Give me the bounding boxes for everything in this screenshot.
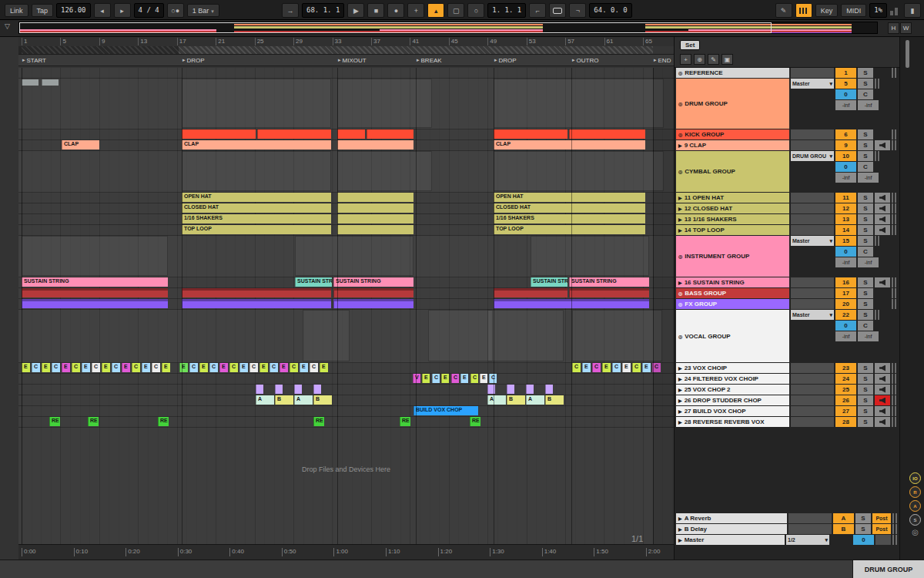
time-signature-display[interactable]: 4 / 4 xyxy=(134,3,164,18)
track-shakers[interactable]: ▶13 1/16 SHAKERS13S xyxy=(676,214,899,224)
clip-closed-hat[interactable] xyxy=(337,203,413,213)
clip-c[interactable]: C xyxy=(632,363,641,372)
clip-c[interactable]: C xyxy=(470,374,478,383)
track-name[interactable]: ▶Master xyxy=(676,535,785,545)
track-number-box[interactable]: 10 xyxy=(835,151,856,161)
track-number-box[interactable]: 16 xyxy=(835,277,856,287)
clip-clap[interactable]: CLAP xyxy=(62,140,99,150)
follow-icon[interactable]: → xyxy=(282,3,299,18)
clip-fx-group[interactable] xyxy=(182,299,331,308)
set-locator-button[interactable]: Set xyxy=(680,40,700,50)
bar-ruler[interactable]: 1591317212529333741454953576165 xyxy=(18,37,674,46)
clip-clap[interactable]: CLAP xyxy=(494,140,645,150)
clip-c[interactable]: C xyxy=(310,363,318,372)
track-number-box[interactable]: 23 xyxy=(835,363,856,373)
lane-drop-studder-chop[interactable]: ABABABAB xyxy=(18,395,674,406)
clip-drum-group[interactable] xyxy=(22,79,38,86)
pan-box[interactable]: C xyxy=(858,247,873,257)
cue-volume-box[interactable]: 0 xyxy=(853,535,874,545)
clip-b[interactable]: B xyxy=(313,395,332,405)
solo-button[interactable]: S xyxy=(858,406,873,416)
clip-v[interactable]: V xyxy=(413,374,420,383)
lane-kick-group[interactable] xyxy=(18,129,674,140)
loop-scrub-strip[interactable] xyxy=(18,46,674,54)
track-name[interactable]: ▶A Reverb xyxy=(676,513,787,523)
clip-fx-group[interactable] xyxy=(22,299,168,308)
loop-length-display[interactable]: 64. 0. 0 xyxy=(589,3,631,18)
capture-midi-icon[interactable]: ▢ xyxy=(447,3,464,18)
clip-clap[interactable] xyxy=(337,140,413,150)
device-area[interactable] xyxy=(791,68,834,78)
track-activator-button[interactable] xyxy=(875,203,890,213)
track-activator-button[interactable] xyxy=(875,406,890,416)
clip-re[interactable]: RE xyxy=(49,417,60,426)
clip-1-16-shakers[interactable]: 1/16 SHAKERS xyxy=(494,214,645,223)
meter-peak-box[interactable]: -inf xyxy=(835,173,856,183)
nudge-up-icon[interactable]: ▸ xyxy=(114,3,131,18)
lane-fx-group[interactable] xyxy=(18,299,674,310)
clip-open-hat[interactable]: OPEN HAT xyxy=(182,193,331,202)
device-area[interactable] xyxy=(791,363,834,373)
track-activator-button[interactable] xyxy=(875,374,890,384)
track-name[interactable]: ▶28 REVERSE REVERB VOX xyxy=(676,417,789,427)
clip-sustain-str[interactable]: SUSTAIN STR xyxy=(531,277,567,287)
clip-drum-group[interactable] xyxy=(42,79,59,86)
track-reference[interactable]: ◎REFERENCE1S xyxy=(676,68,899,78)
lane-sustain-string[interactable]: SUSTAIN STRINGSUSTAIN STRSUSTAIN STRINGS… xyxy=(18,277,674,288)
track-number-box[interactable]: 27 xyxy=(835,406,856,416)
clip-e[interactable]: E xyxy=(300,363,308,372)
clip-b[interactable]: B xyxy=(275,395,293,405)
lane-drum-group[interactable] xyxy=(18,79,674,129)
meter-peak-box[interactable]: -inf xyxy=(835,331,856,341)
track-number-box[interactable]: 14 xyxy=(835,225,856,235)
clip-cymbal-group[interactable] xyxy=(182,151,331,191)
meter-peak-box[interactable]: -inf xyxy=(835,100,856,110)
solo-button[interactable]: S xyxy=(858,68,873,78)
clip-bass-group[interactable] xyxy=(22,288,168,297)
clip-e[interactable]: E xyxy=(42,363,50,372)
add-locator-icon[interactable]: + xyxy=(680,54,691,65)
lane-closed-hat[interactable]: CLOSED HATCLOSED HAT xyxy=(18,203,674,214)
quantize-menu[interactable]: 1 Bar▾ xyxy=(187,4,219,17)
automation-arm-icon[interactable]: ▴ xyxy=(427,3,444,18)
output-routing-dropdown[interactable]: Master▾ xyxy=(791,79,834,89)
lane-open-hat[interactable]: OPEN HATOPEN HAT xyxy=(18,193,674,203)
solo-button[interactable]: S xyxy=(858,225,873,235)
clip-c[interactable]: C xyxy=(72,363,80,372)
clip-c[interactable]: C xyxy=(152,363,160,372)
clip-e[interactable]: E xyxy=(219,363,228,372)
track-name[interactable]: ▶B Delay xyxy=(676,524,787,534)
key-map-button[interactable]: Key xyxy=(815,4,839,17)
clip-cymbal-group[interactable] xyxy=(337,151,432,191)
device-area[interactable] xyxy=(791,288,834,298)
solo-button[interactable]: S xyxy=(858,214,873,224)
track-name[interactable]: ▶24 FILTERED VOX CHOIP xyxy=(676,374,789,384)
clip-kick-group[interactable] xyxy=(367,129,413,139)
track-activator-button[interactable] xyxy=(875,193,890,203)
clip-vox-chop-2[interactable] xyxy=(256,385,263,394)
clip-e[interactable]: E xyxy=(142,363,150,372)
lane-build-vox-chop[interactable]: BUILD VOX CHOP xyxy=(18,406,674,417)
toggle-io[interactable]: IO xyxy=(909,472,921,484)
lane-top-loop[interactable]: TOP LOOPTOP LOOP xyxy=(18,225,674,236)
track-filtered-vox-choip[interactable]: ▶24 FILTERED VOX CHOIP24S xyxy=(676,374,899,384)
volume-box[interactable]: 0 xyxy=(835,89,856,99)
clip-vox-chop-2[interactable] xyxy=(275,385,283,394)
device-area[interactable] xyxy=(788,524,832,534)
clip-c[interactable]: C xyxy=(189,363,198,372)
computer-midi-keyboard-icon[interactable] xyxy=(795,3,812,18)
track-name[interactable]: ▶12 CLOSED HAT xyxy=(676,203,789,213)
clip-e[interactable]: E xyxy=(82,363,90,372)
volume-box[interactable]: 0 xyxy=(835,247,856,257)
track-name[interactable]: ▶16 SUSTAIN STRING xyxy=(676,277,789,287)
track-activator-button[interactable] xyxy=(875,277,890,287)
track-kick-group[interactable]: ◎KICK GROUP6S xyxy=(676,129,899,139)
vertical-scrollbar[interactable] xyxy=(906,40,909,68)
clip-c[interactable]: C xyxy=(572,363,581,372)
track-number-box[interactable]: 25 xyxy=(835,385,856,395)
solo-button[interactable]: S xyxy=(858,203,873,213)
toggle-r[interactable]: R xyxy=(909,486,921,498)
clip-c[interactable]: C xyxy=(270,363,278,372)
track-number-box[interactable]: 26 xyxy=(835,395,856,405)
time-ruler[interactable]: 0:000:100:200:300:400:501:001:101:201:30… xyxy=(18,544,674,560)
